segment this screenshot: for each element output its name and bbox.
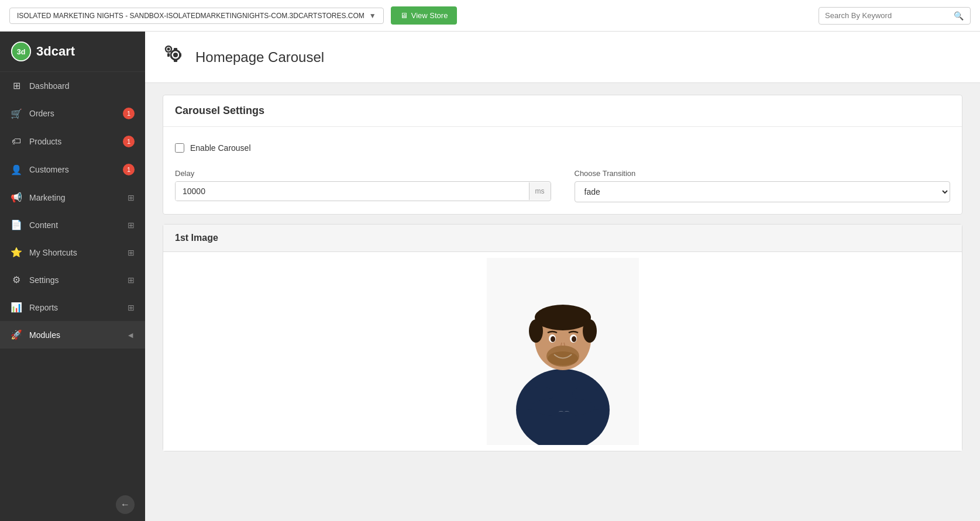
- view-store-label: View Store: [411, 11, 448, 20]
- carousel-settings-card: Carousel Settings Enable Carousel Delay: [163, 95, 962, 215]
- first-image-title: 1st Image: [175, 233, 218, 243]
- delay-suffix: ms: [529, 182, 551, 200]
- settings-expand-icon: ⊞: [128, 275, 135, 285]
- products-badge: 1: [123, 136, 135, 147]
- modules-expand-icon: ◄: [126, 330, 135, 340]
- sidebar-item-label: My Shortcuts: [29, 248, 77, 257]
- sidebar: 3d 3dcart ⊞ Dashboard 🛒 Orders 1 🏷 Produ…: [0, 32, 145, 521]
- sidebar-item-reports[interactable]: 📊 Reports ⊞: [0, 294, 145, 321]
- page-gear-icon: [163, 43, 186, 71]
- reports-expand-icon: ⊞: [128, 303, 135, 312]
- view-store-button[interactable]: 🖥 View Store: [391, 6, 458, 25]
- sidebar-item-my-shortcuts[interactable]: ⭐ My Shortcuts ⊞: [0, 239, 145, 266]
- delay-label: Delay: [175, 169, 551, 178]
- topbar: ISOLATED MARKETING NIGHTS - SANDBOX-ISOL…: [0, 0, 980, 32]
- sidebar-item-products[interactable]: 🏷 Products 1: [0, 127, 145, 156]
- customers-badge: 1: [123, 164, 135, 175]
- search-input[interactable]: [825, 11, 954, 20]
- enable-carousel-label[interactable]: Enable Carousel: [190, 143, 251, 153]
- sidebar-item-marketing[interactable]: 📢 Marketing ⊞: [0, 184, 145, 211]
- svg-point-9: [167, 48, 170, 51]
- logo-icon: 3d: [11, 41, 32, 62]
- gear-svg-icon: [163, 43, 186, 67]
- modules-icon: 🚀: [11, 329, 22, 340]
- enable-carousel-row: Enable Carousel: [175, 139, 950, 164]
- card-title: Carousel Settings: [175, 105, 264, 116]
- marketing-expand-icon: ⊞: [128, 193, 135, 202]
- sidebar-item-modules[interactable]: 🚀 Modules ◄: [0, 321, 145, 349]
- sidebar-item-label: Content: [29, 220, 58, 230]
- reports-icon: 📊: [11, 302, 22, 313]
- svg-text:3d: 3d: [17, 48, 26, 56]
- search-box: 🔍: [819, 7, 971, 25]
- settings-form-row: Delay ms Choose Transition fade slide: [175, 169, 950, 202]
- delay-input[interactable]: [176, 182, 529, 201]
- sidebar-item-orders[interactable]: 🛒 Orders 1: [0, 99, 145, 127]
- content-expand-icon: ⊞: [128, 220, 135, 230]
- shortcuts-icon: ⭐: [11, 247, 22, 258]
- main-layout: 3d 3dcart ⊞ Dashboard 🛒 Orders 1 🏷 Produ…: [0, 32, 980, 521]
- transition-label: Choose Transition: [575, 169, 951, 178]
- svg-point-3: [173, 53, 178, 57]
- svg-point-17: [535, 305, 591, 330]
- sidebar-bottom: ←: [0, 488, 145, 521]
- svg-text:⌒⌒: ⌒⌒: [558, 410, 570, 417]
- store-selector[interactable]: ISOLATED MARKETING NIGHTS - SANDBOX-ISOL…: [9, 8, 384, 24]
- svg-point-23: [572, 336, 576, 342]
- sidebar-item-label: Orders: [29, 109, 54, 118]
- sidebar-item-customers[interactable]: 👤 Customers 1: [0, 156, 145, 184]
- image-area: ⌒⌒: [163, 252, 962, 451]
- search-icon: 🔍: [954, 11, 964, 20]
- svg-rect-4: [174, 48, 177, 50]
- enable-carousel-checkbox[interactable]: [175, 143, 184, 153]
- person-image: ⌒⌒: [487, 258, 639, 445]
- products-icon: 🏷: [11, 136, 22, 147]
- card-header: Carousel Settings: [163, 95, 962, 127]
- page-title: Homepage Carousel: [195, 49, 324, 65]
- customers-icon: 👤: [11, 164, 22, 175]
- logo-text: 3dcart: [36, 44, 75, 59]
- sidebar-item-settings[interactable]: ⚙ Settings ⊞: [0, 266, 145, 294]
- delay-form-group: Delay ms: [175, 169, 551, 202]
- sidebar-item-label: Modules: [29, 330, 60, 340]
- card-body: Enable Carousel Delay ms Choose Tran: [163, 127, 962, 214]
- sidebar-item-label: Products: [29, 137, 61, 146]
- first-image-card: 1st Image: [163, 224, 962, 451]
- orders-badge: 1: [123, 108, 135, 119]
- svg-point-18: [529, 319, 543, 343]
- svg-point-19: [583, 319, 597, 343]
- sidebar-item-label: Reports: [29, 303, 58, 312]
- transition-select[interactable]: fade slide none: [575, 181, 951, 202]
- transition-form-group: Choose Transition fade slide none: [575, 169, 951, 202]
- sidebar-item-label: Marketing: [29, 193, 65, 202]
- sidebar-item-content[interactable]: 📄 Content ⊞: [0, 211, 145, 239]
- orders-icon: 🛒: [11, 108, 22, 119]
- svg-point-25: [548, 351, 578, 365]
- sidebar-item-dashboard[interactable]: ⊞ Dashboard: [0, 72, 145, 99]
- marketing-icon: 📢: [11, 192, 22, 203]
- svg-rect-5: [174, 60, 177, 62]
- sidebar-logo: 3d 3dcart: [0, 32, 145, 72]
- dashboard-icon: ⊞: [11, 80, 22, 91]
- sidebar-item-label: Settings: [29, 275, 59, 285]
- svg-point-22: [551, 336, 555, 342]
- delay-input-wrapper: ms: [175, 181, 551, 201]
- sidebar-collapse-button[interactable]: ←: [116, 495, 135, 514]
- settings-icon: ⚙: [11, 274, 22, 285]
- content-body: Carousel Settings Enable Carousel Delay: [145, 83, 980, 472]
- shortcuts-expand-icon: ⊞: [128, 248, 135, 257]
- store-selector-arrow: ▼: [369, 12, 376, 20]
- svg-rect-7: [179, 53, 181, 57]
- svg-rect-6: [167, 53, 170, 57]
- sidebar-item-label: Dashboard: [29, 81, 70, 91]
- content-area: Homepage Carousel Carousel Settings Enab…: [145, 32, 980, 521]
- sidebar-item-label: Customers: [29, 165, 69, 174]
- store-name: ISOLATED MARKETING NIGHTS - SANDBOX-ISOL…: [17, 12, 365, 20]
- monitor-icon: 🖥: [400, 11, 408, 20]
- content-icon: 📄: [11, 219, 22, 230]
- page-header: Homepage Carousel: [145, 32, 980, 83]
- first-image-header: 1st Image: [163, 225, 962, 252]
